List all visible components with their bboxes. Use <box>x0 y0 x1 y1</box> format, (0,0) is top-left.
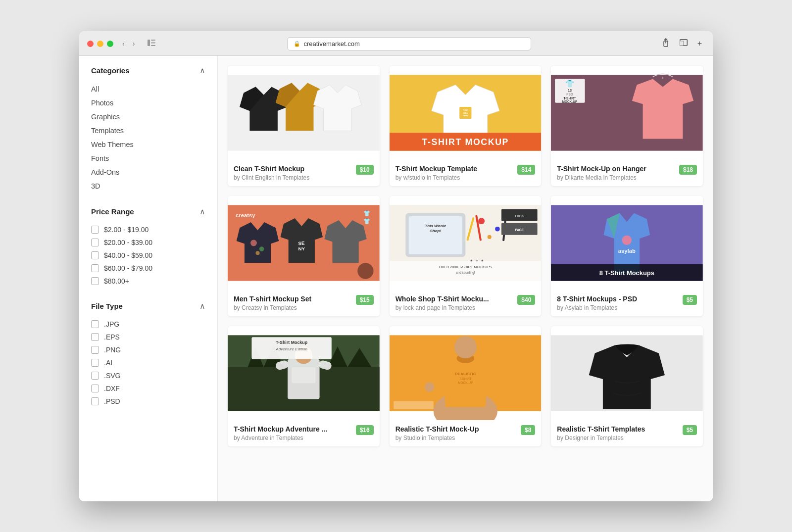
category-photos[interactable]: Photos <box>91 99 113 107</box>
filetype-dxf-label[interactable]: .DXF <box>104 385 120 392</box>
product-price: $10 <box>356 165 374 175</box>
product-details: Whole Shop T-Shirt Mocku... by lock and … <box>396 295 514 311</box>
maximize-button[interactable] <box>107 41 113 47</box>
file-type-header: File Type ∧ <box>91 301 205 311</box>
filetype-png-label[interactable]: .PNG <box>104 346 121 354</box>
category-fonts[interactable]: Fonts <box>91 154 109 162</box>
category-link[interactable]: Templates <box>609 174 637 181</box>
minimize-button[interactable] <box>97 41 103 47</box>
filetype-svg-label[interactable]: .SVG <box>104 372 120 380</box>
product-price: $8 <box>521 425 535 435</box>
product-details: Men T-shirt Mockup Set by Creatsy in Tem… <box>234 295 352 311</box>
product-name: Clean T-Shirt Mockup <box>234 165 343 173</box>
category-link[interactable]: Templates <box>596 435 624 441</box>
price-range-1-label[interactable]: $2.00 - $19.00 <box>104 226 148 234</box>
svg-point-79 <box>425 382 434 391</box>
product-card[interactable]: creatsy 👕 👕 <box>228 196 380 316</box>
product-card[interactable]: Realistic T-Shirt Templates by Designer … <box>551 326 703 446</box>
filetype-eps-label[interactable]: .EPS <box>104 333 120 341</box>
product-author: by Dikarte Media in Templates <box>557 174 675 181</box>
filetype-jpg-label[interactable]: .JPG <box>104 320 119 328</box>
new-tab-button[interactable] <box>677 37 691 50</box>
category-graphics[interactable]: Graphics <box>91 113 120 121</box>
svg-text:and counting!: and counting! <box>456 271 475 275</box>
category-all[interactable]: All <box>91 85 99 93</box>
category-link[interactable]: Templates <box>448 304 475 311</box>
svg-text:👕: 👕 <box>363 209 371 216</box>
author-link[interactable]: w/studio <box>403 174 425 181</box>
list-item: Fonts <box>91 151 205 165</box>
category-templates[interactable]: Templates <box>91 127 124 135</box>
product-card[interactable]: REALISTIC T-SHIRT MOCK-UP Realistic T-Sh… <box>390 326 542 446</box>
product-price: $40 <box>517 295 535 305</box>
svg-point-54 <box>622 235 632 244</box>
price-range-2-label[interactable]: $20.00 - $39.00 <box>104 239 152 246</box>
author-link[interactable]: Asylab <box>565 304 583 311</box>
filetype-ai-checkbox[interactable] <box>91 359 99 367</box>
list-item: .JPG <box>91 318 205 331</box>
product-card[interactable]: asylab 8 T-Shirt Mockups 8 T-Shirt Mocku… <box>551 196 703 316</box>
author-link[interactable]: lock and page <box>403 304 441 311</box>
list-item: $80.00+ <box>91 275 205 288</box>
filetype-jpg-checkbox[interactable] <box>91 320 99 328</box>
close-button[interactable] <box>87 41 94 47</box>
categories-toggle-button[interactable]: ∧ <box>199 66 205 75</box>
filetype-svg-checkbox[interactable] <box>91 372 99 380</box>
author-link[interactable]: Clint English <box>242 174 275 181</box>
author-link[interactable]: Adventure <box>241 435 268 441</box>
filetype-png-checkbox[interactable] <box>91 346 99 354</box>
product-name: Men T-shirt Mockup Set <box>234 295 343 303</box>
category-link[interactable]: Templates <box>433 174 460 181</box>
list-item: .SVG <box>91 369 205 382</box>
category-link[interactable]: Templates <box>428 435 455 441</box>
file-type-toggle-button[interactable]: ∧ <box>199 301 205 311</box>
price-range-1-checkbox[interactable] <box>91 226 99 234</box>
price-range-5-label[interactable]: $80.00+ <box>104 277 129 285</box>
filetype-eps-checkbox[interactable] <box>91 333 99 341</box>
product-price: $14 <box>517 165 535 175</box>
list-item: .PNG <box>91 343 205 356</box>
price-range-toggle-button[interactable]: ∧ <box>199 207 205 216</box>
categories-title: Categories <box>91 66 130 75</box>
svg-text:8 T-Shirt Mockups: 8 T-Shirt Mockups <box>599 269 654 276</box>
price-range-5-checkbox[interactable] <box>91 277 99 285</box>
product-card[interactable]: This Whole Shop! ✦ ✧ ✦ <box>390 196 542 316</box>
back-button[interactable]: ‹ <box>119 39 128 48</box>
category-add-ons[interactable]: Add-Ons <box>91 168 119 176</box>
product-image-container <box>228 66 380 160</box>
product-card[interactable]: Clean T-Shirt Mockup by Clint English in… <box>228 66 380 186</box>
product-card[interactable]: YOUR IDEA HERE T-SHIRT MOCKUP T-Shirt Mo… <box>390 66 542 186</box>
filetype-psd-checkbox[interactable] <box>91 397 99 405</box>
category-3d[interactable]: 3D <box>91 182 100 190</box>
price-range-2-checkbox[interactable] <box>91 239 99 246</box>
product-card[interactable]: 👕 13 PSD T-SHIRT MOCK-UP T-Shirt Mock-Up… <box>551 66 703 186</box>
product-card[interactable]: T-Shirt Mockup Adventure Edition T-Shirt… <box>228 326 380 446</box>
svg-rect-80 <box>394 401 434 409</box>
category-link[interactable]: Templates <box>591 304 618 311</box>
price-range-4-label[interactable]: $60.00 - $79.00 <box>104 264 152 272</box>
author-link[interactable]: Creatsy <box>242 304 262 311</box>
category-link[interactable]: Templates <box>276 435 303 441</box>
author-link[interactable]: Studio <box>403 435 420 441</box>
category-link[interactable]: Templates <box>283 174 310 181</box>
author-link[interactable]: Dikarte Media <box>565 174 601 181</box>
category-link[interactable]: Templates <box>270 304 297 311</box>
file-type-section: File Type ∧ .JPG .EPS .PNG <box>91 301 205 408</box>
filetype-ai-label[interactable]: .AI <box>104 359 112 367</box>
forward-button[interactable]: › <box>130 39 138 48</box>
price-range-3-label[interactable]: $40.00 - $59.00 <box>104 251 152 259</box>
filetype-dxf-checkbox[interactable] <box>91 385 99 392</box>
address-bar[interactable]: 🔒 creativemarket.com <box>287 37 531 50</box>
list-item: $20.00 - $39.00 <box>91 236 205 249</box>
price-range-4-checkbox[interactable] <box>91 264 99 272</box>
author-link[interactable]: Designer <box>565 435 589 441</box>
product-name: Realistic T-Shirt Mock-Up <box>396 425 504 433</box>
filetype-psd-label[interactable]: .PSD <box>104 397 120 405</box>
price-range-3-checkbox[interactable] <box>91 251 99 259</box>
svg-text:T-Shirt Mockup: T-Shirt Mockup <box>276 340 308 345</box>
sidebar-toggle-button[interactable] <box>144 38 159 49</box>
category-web-themes[interactable]: Web Themes <box>91 141 134 148</box>
add-tab-button[interactable]: + <box>694 37 705 50</box>
svg-rect-0 <box>148 40 150 46</box>
share-button[interactable] <box>659 37 673 50</box>
